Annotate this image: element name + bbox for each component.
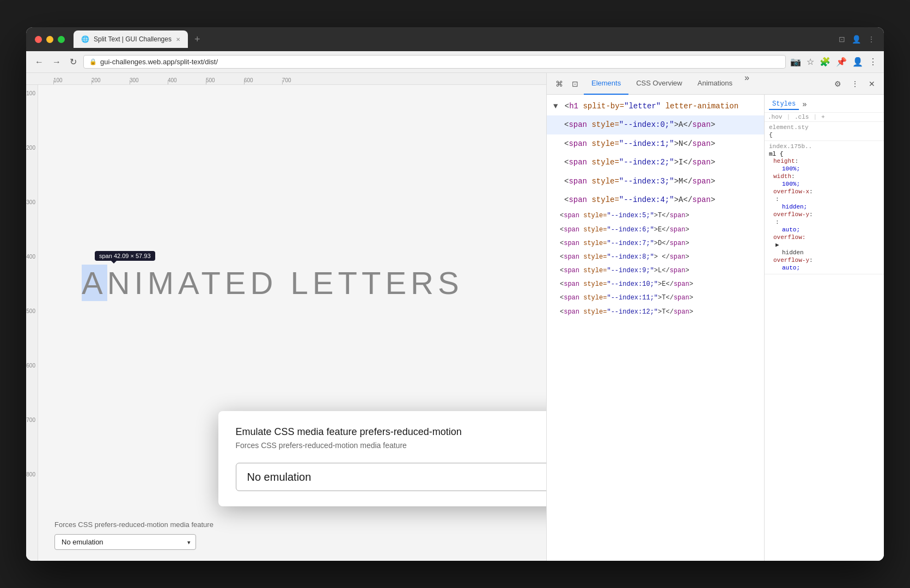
style-html-source: index.175b.. (769, 143, 880, 150)
style-filter-bar: .hov | .cls | + (765, 113, 884, 122)
letter-e3: E (385, 265, 411, 301)
emulation-select-wrapper: No emulation prefers-reduced-motion: red… (236, 463, 547, 491)
style-prop-name-overflow-y2: overflow-y (773, 257, 809, 264)
dom-line-span-9: <span style="--index:9;">L</span> (547, 264, 764, 278)
more-menu[interactable]: ⋮ (869, 57, 877, 67)
forward-button[interactable]: → (50, 55, 63, 69)
dom-line-span-12: <span style="--index:12;">T</span> (547, 305, 764, 319)
ruler-mark-400: 400 (168, 77, 206, 84)
style-prop-val-auto: auto; (773, 265, 800, 271)
animated-letters: ANIMATED LETTERS (82, 265, 463, 301)
ruler-left-mark-300: 300 (26, 199, 38, 254)
ruler-left-mark-600: 600 (26, 363, 38, 417)
new-tab-button[interactable]: + (190, 34, 205, 45)
style-prop-height: height: 100%; (773, 157, 880, 173)
devtools-device-toggle[interactable]: ⊡ (569, 77, 582, 90)
dom-line-span-4: <span style="--index:4;">A</span> (547, 191, 764, 209)
bg-emulation-select[interactable]: No emulation prefers-reduced-motion: red… (54, 534, 196, 550)
style-prop-val-width: 100%; (773, 181, 800, 187)
style-prop-val-hidden: hidden (773, 249, 804, 256)
style-prop-val-overflow-x-val: hidden; (773, 204, 807, 210)
style-props-group: height: 100%; width: 100%; overflow-x: :… (769, 157, 880, 272)
active-tab[interactable]: 🌐 Split Text | GUI Challenges ✕ (74, 30, 188, 48)
dom-line-span-5: <span style="--index:5;">T</span> (547, 209, 764, 223)
triangle-icon: ▼ (553, 102, 558, 111)
profile-icon[interactable]: 👤 (852, 35, 861, 44)
cast-icon[interactable]: ⊡ (839, 35, 845, 44)
letter-s: S (438, 265, 463, 301)
devtools-more-button[interactable]: ⋮ (848, 77, 862, 90)
style-add-rule[interactable]: + (821, 114, 825, 120)
style-prop-val-overflow-x: : (773, 196, 779, 203)
menu-icon[interactable]: ⋮ (868, 35, 875, 44)
navbar: ← → ↻ 🔒 gui-challenges.web.app/split-tex… (26, 51, 884, 73)
emulation-popup-title: Emulate CSS media feature prefers-reduce… (236, 426, 547, 438)
webpage-content: span 42.09 × 57.93 ANIMATED LETTERS Forc… (38, 85, 546, 561)
ruler-left-marks: 100 200 300 400 500 600 700 800 (26, 85, 38, 526)
dom-line-span-1: <span style="--index:1;">N</span> (547, 134, 764, 153)
style-html-open: ml { (769, 151, 880, 157)
letter-e2: E (313, 265, 338, 301)
devtools-tab-animations[interactable]: Animations (690, 73, 740, 95)
span-tooltip: span 42.09 × 57.93 (95, 251, 155, 261)
ruler-mark-200: 200 (91, 77, 130, 84)
emulation-select[interactable]: No emulation prefers-reduced-motion: red… (236, 463, 547, 491)
devtools-close-button[interactable]: ✕ (865, 77, 878, 90)
styles-tab[interactable]: Styles (769, 99, 799, 110)
ruler-left-mark-400: 400 (26, 254, 38, 308)
letter-l: L (291, 265, 313, 301)
tab-label: Split Text | GUI Challenges (94, 35, 172, 43)
pin-icon[interactable]: 📌 (836, 57, 847, 67)
letter-n: N (107, 265, 135, 301)
devtools-tabs: Elements CSS Overview Animations » (584, 73, 829, 95)
style-prop-width: width: 100%; (773, 173, 880, 188)
browser-window: 🌐 Split Text | GUI Challenges ✕ + ⊡ 👤 ⋮ … (26, 27, 884, 561)
extensions-icon[interactable]: 🧩 (820, 57, 830, 67)
letter-t2: T (338, 265, 362, 301)
refresh-button[interactable]: ↻ (68, 54, 79, 69)
ruler-mark-600: 600 (244, 77, 282, 84)
back-button[interactable]: ← (33, 55, 46, 69)
style-prop-overflow: overflow: ▶ hidden (773, 234, 880, 256)
devtools-tabs-more[interactable]: » (740, 73, 754, 95)
devtools-header: ⌘ ⊡ Elements CSS Overview Animations » ⚙… (547, 73, 884, 95)
tab-close-button[interactable]: ✕ (176, 36, 180, 42)
dom-line-span-7: <span style="--index:7;">D</span> (547, 237, 764, 250)
dom-line-span-6: <span style="--index:6;">E</span> (547, 223, 764, 237)
bookmark-icon[interactable]: ☆ (807, 57, 814, 67)
style-prop-overflow-y: overflow-y: : auto; (773, 211, 880, 234)
ruler-top: 100 200 300 400 500 600 700 (26, 73, 546, 85)
style-selector-text: ml { (769, 151, 783, 157)
devtools-tab-css-overview[interactable]: CSS Overview (628, 73, 690, 95)
style-colon-2: : (773, 219, 779, 225)
tab-favicon: 🌐 (81, 35, 89, 43)
style-filter-cls[interactable]: .cls (795, 114, 809, 120)
devtools-settings-button[interactable]: ⚙ (831, 77, 845, 90)
dom-line-span-11: <span style="--index:11;">T</span> (547, 291, 764, 305)
devtools-tab-elements[interactable]: Elements (584, 73, 628, 95)
style-prop-name-overflow: overflow: (773, 234, 805, 241)
maximize-button[interactable] (58, 36, 65, 43)
ruler-left-mark-500: 500 (26, 308, 38, 363)
style-element-rule: element.sty { (765, 122, 884, 141)
screenshot-icon[interactable]: 📷 (790, 57, 801, 67)
style-prop-val-overflow-y-val: auto; (773, 226, 800, 233)
devtools-body: ▼ <h1 split-by="letter" letter-animation… (547, 95, 884, 561)
style-filter-hov[interactable]: .hov (768, 114, 782, 120)
address-bar[interactable]: 🔒 gui-challenges.web.app/split-text/dist… (83, 55, 786, 69)
close-button[interactable] (35, 36, 42, 43)
bg-emulation-select-wrapper: No emulation prefers-reduced-motion: red… (54, 534, 196, 550)
ruler-mark-300: 300 (130, 77, 168, 84)
letter-t: T (201, 265, 224, 301)
minimize-button[interactable] (46, 36, 53, 43)
dom-line-span-0: <span style="--index:0;">A</span> (547, 115, 764, 134)
profile-avatar[interactable]: 👤 (852, 57, 863, 67)
elements-panel[interactable]: ▼ <h1 split-by="letter" letter-animation… (547, 95, 764, 561)
style-prop-name-overflow-y: overflow-y (773, 211, 809, 218)
style-prop-overflow-arrow: ▶ (773, 242, 779, 248)
styles-panel: Styles » .hov | .cls | + element.sty { (764, 95, 884, 561)
devtools-inspect-button[interactable]: ⌘ (552, 77, 566, 90)
lock-icon: 🔒 (89, 58, 97, 65)
styles-more-button[interactable]: » (802, 100, 807, 109)
style-element-open: { (769, 132, 880, 138)
